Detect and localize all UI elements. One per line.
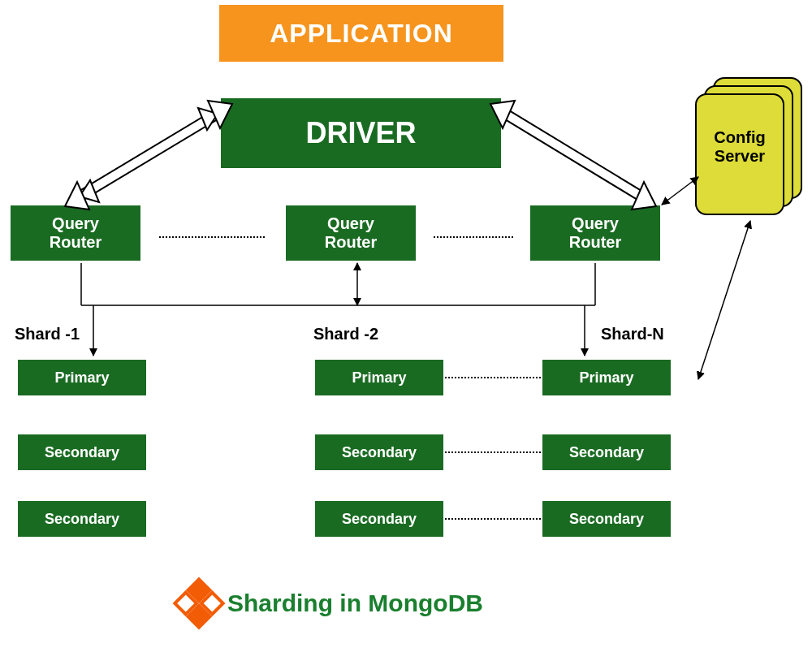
- double-arrow-right-icon: [490, 101, 656, 210]
- caption-row: Sharding in MongoDB: [180, 585, 483, 622]
- config-server-label: Config Server: [695, 128, 784, 166]
- svg-marker-3: [80, 180, 99, 202]
- query-router-1: Query Router: [11, 205, 140, 261]
- arrow-qr3-config: [662, 177, 698, 205]
- shard-2-primary: Primary: [315, 360, 443, 395]
- shard-2-label: Shard -2: [313, 325, 378, 343]
- connector-overlay: [0, 0, 812, 648]
- svg-line-7: [505, 114, 641, 197]
- shard-n-secondary-1-label: Secondary: [569, 444, 644, 461]
- svg-line-0: [80, 114, 218, 197]
- shard-2-secondary-2-label: Secondary: [342, 511, 417, 528]
- query-router-3-label: Query Router: [569, 214, 621, 252]
- shard-1-secondary-1-label: Secondary: [45, 444, 119, 461]
- shard-1-secondary-2: Secondary: [18, 501, 146, 537]
- config-server-line1: Config: [714, 128, 765, 146]
- svg-marker-2: [198, 108, 218, 130]
- svg-line-1: [80, 114, 218, 197]
- shard-1-primary: Primary: [18, 360, 146, 395]
- caption-text: Sharding in MongoDB: [227, 590, 483, 617]
- dotted-qr-2-3: [434, 236, 513, 238]
- driver-label: DRIVER: [305, 116, 416, 150]
- shard-2-secondary-1: Secondary: [315, 434, 443, 470]
- shard-1-primary-label: Primary: [54, 369, 109, 387]
- dotted-secondary2-2-n: [445, 518, 541, 520]
- shard-2-secondary-1-label: Secondary: [342, 444, 417, 461]
- driver-box: DRIVER: [221, 98, 501, 168]
- query-router-1-label: Query Router: [50, 214, 102, 252]
- geeksforgeeks-logo-icon: [172, 577, 225, 629]
- shard-2-secondary-2: Secondary: [315, 501, 443, 537]
- shard-1-label: Shard -1: [15, 325, 80, 343]
- shard-n-secondary-2: Secondary: [542, 501, 671, 537]
- shard-n-secondary-2-label: Secondary: [569, 511, 644, 528]
- shard-1-secondary-1: Secondary: [18, 434, 146, 470]
- dotted-secondary1-2-n: [445, 451, 541, 453]
- dotted-primary-2-n: [445, 377, 541, 378]
- query-router-3: Query Router: [530, 205, 660, 261]
- shard-n-primary: Primary: [542, 360, 671, 395]
- arrow-shardn-config: [698, 221, 750, 379]
- dotted-qr-1-2: [159, 236, 265, 238]
- application-box: APPLICATION: [219, 5, 503, 62]
- shard-2-primary-label: Primary: [352, 369, 406, 387]
- double-arrow-left-icon: [65, 101, 232, 210]
- query-router-2-label: Query Router: [325, 214, 377, 252]
- shard-n-label: Shard-N: [601, 325, 664, 343]
- svg-line-6: [505, 114, 641, 197]
- shard-1-secondary-2-label: Secondary: [45, 511, 119, 528]
- shard-n-primary-label: Primary: [579, 369, 633, 387]
- shard-n-secondary-1: Secondary: [542, 434, 671, 470]
- config-server-line2: Server: [715, 147, 765, 165]
- application-label: APPLICATION: [270, 19, 453, 49]
- query-router-2: Query Router: [286, 205, 416, 261]
